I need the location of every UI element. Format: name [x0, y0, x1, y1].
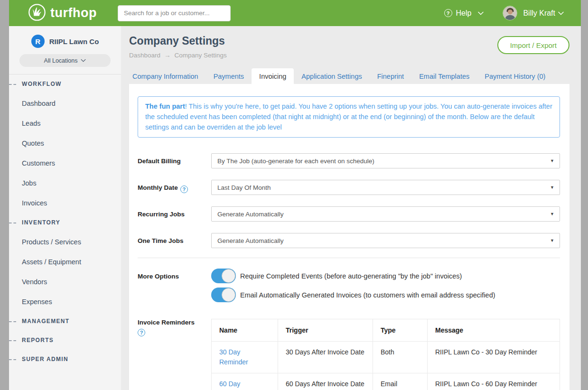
sidebar-item-jobs[interactable]: Jobs: [9, 173, 121, 193]
sidebar-item-assets-equipment[interactable]: Assets / Equipment: [9, 252, 121, 272]
reminder-30-day-trigger: 30 Days After Invoice Date: [278, 342, 373, 373]
tab-company-information[interactable]: Company Information: [125, 68, 206, 84]
import-export-button[interactable]: Import / Export: [497, 36, 569, 54]
section-dashes: [9, 321, 16, 322]
table-row: 60 Day Reminder 60 Days After Invoice Da…: [212, 373, 560, 390]
email-auto-invoices-row: Email Automatically Generated Invoices (…: [211, 288, 560, 302]
sidebar-item-invoices[interactable]: Invoices: [9, 193, 121, 213]
help-menu[interactable]: ? Help: [444, 9, 484, 18]
sidebar-section-management[interactable]: MANAGEMENT: [9, 312, 121, 331]
column-header-trigger: Trigger: [278, 319, 373, 342]
sidebar-section-reports[interactable]: REPORTS: [9, 331, 121, 350]
toggle-knob: [222, 269, 235, 283]
reminder-60-day-trigger: 60 Days After Invoice Date: [278, 373, 373, 390]
invoice-reminders-section: Invoice Reminders ? Name Trigger Type Me…: [138, 319, 560, 390]
monthly-date-select[interactable]: Last Day Of Month ▼: [211, 180, 560, 195]
info-text: ! This is why you're here, to get paid. …: [145, 102, 552, 131]
default-billing-select[interactable]: By The Job (auto-generate for each event…: [211, 153, 560, 168]
tab-fineprint[interactable]: Fineprint: [370, 68, 411, 84]
info-lead: The fun part: [145, 102, 185, 110]
dropdown-arrow-icon: ▼: [550, 212, 554, 216]
tab-payments[interactable]: Payments: [206, 68, 252, 84]
recurring-jobs-select[interactable]: Generate Automatically ▼: [211, 206, 560, 222]
sidebar-item-customers[interactable]: Customers: [9, 153, 121, 173]
reminder-60-day-message: RIIPL Lawn Co - 60 Day Reminder: [428, 373, 560, 390]
dropdown-arrow-icon: ▼: [550, 158, 554, 163]
search-input[interactable]: [118, 5, 231, 21]
chevron-down-icon: [81, 59, 86, 62]
sidebar-item-vendors[interactable]: Vendors: [9, 272, 121, 292]
sidebar: R RIIPL Lawn Co All Locations WORKFLOW D…: [9, 26, 121, 390]
header-right: ? Help Billy Kraft: [444, 6, 564, 20]
info-callout: The fun part! This is why you're here, t…: [138, 96, 560, 138]
one-time-jobs-select[interactable]: Generate Automatically ▼: [211, 233, 560, 248]
invoice-reminders-help-icon[interactable]: ?: [138, 329, 145, 336]
tab-application-settings[interactable]: Application Settings: [294, 68, 369, 84]
chevron-down-icon: [478, 11, 484, 15]
sidebar-section-workflow[interactable]: WORKFLOW: [9, 74, 121, 93]
chevron-down-icon[interactable]: [558, 11, 564, 15]
top-header: turfhop ? Help Billy Kraft: [9, 0, 581, 26]
turfhop-grass-icon: [28, 3, 46, 23]
app-window: turfhop ? Help Billy Kraft: [9, 0, 581, 390]
company-name: RIIPL Lawn Co: [49, 37, 99, 46]
email-auto-invoices-label: Email Automatically Generated Invoices (…: [240, 291, 495, 299]
brand-name: turfhop: [50, 6, 97, 20]
help-label: Help: [456, 9, 472, 18]
main-content: Company Settings Dashboard → Company Set…: [121, 26, 581, 390]
location-selector[interactable]: All Locations: [19, 54, 111, 67]
column-header-type: Type: [373, 319, 428, 342]
reminder-60-day-link[interactable]: 60 Day Reminder: [212, 373, 278, 390]
invoice-reminders-table: Name Trigger Type Message 30 Day Reminde…: [211, 319, 560, 390]
location-selector-label: All Locations: [44, 57, 78, 64]
dropdown-arrow-icon: ▼: [550, 238, 554, 243]
user-name[interactable]: Billy Kraft: [523, 9, 555, 18]
brand-logo[interactable]: turfhop: [28, 3, 97, 23]
invoicing-panel: The fun part! This is why you're here, t…: [129, 84, 569, 390]
column-header-message: Message: [428, 319, 560, 342]
user-avatar[interactable]: [503, 6, 517, 20]
section-dashes: [9, 84, 16, 85]
reminder-30-day-link[interactable]: 30 Day Reminder: [212, 342, 278, 373]
sidebar-item-dashboard[interactable]: Dashboard: [9, 93, 121, 113]
sidebar-section-super-admin[interactable]: SUPER ADMIN: [9, 350, 121, 369]
email-auto-invoices-toggle[interactable]: [211, 288, 236, 302]
default-billing-row: Default Billing By The Job (auto-generat…: [138, 153, 560, 168]
more-options-label: More Options: [138, 269, 211, 306]
monthly-date-row: Monthly Date? Last Day Of Month ▼: [138, 180, 560, 195]
tab-payment-history[interactable]: Payment History (0): [477, 68, 553, 84]
breadcrumb-arrow-icon: →: [164, 52, 171, 59]
monthly-date-help-icon[interactable]: ?: [180, 186, 188, 193]
sidebar-item-products-services[interactable]: Products / Services: [9, 232, 121, 252]
table-row: 30 Day Reminder 30 Days After Invoice Da…: [212, 342, 560, 373]
section-dashes: [9, 340, 16, 341]
recurring-jobs-row: Recurring Jobs Generate Automatically ▼: [138, 206, 560, 222]
tab-invoicing[interactable]: Invoicing: [252, 68, 294, 84]
one-time-jobs-row: One Time Jobs Generate Automatically ▼: [138, 233, 560, 248]
breadcrumb-current: Company Settings: [175, 52, 227, 59]
require-completed-events-toggle[interactable]: [211, 269, 236, 283]
default-billing-label: Default Billing: [138, 153, 211, 168]
monthly-date-label: Monthly Date?: [138, 180, 211, 195]
require-completed-events-label: Require Completed Events (before auto-ge…: [240, 272, 462, 280]
one-time-jobs-label: One Time Jobs: [138, 233, 211, 248]
recurring-jobs-label: Recurring Jobs: [138, 206, 211, 222]
sidebar-item-expenses[interactable]: Expenses: [9, 292, 121, 312]
require-completed-events-row: Require Completed Events (before auto-ge…: [211, 269, 560, 283]
column-header-name: Name: [212, 319, 278, 342]
section-divider: [138, 258, 560, 258]
breadcrumb-dashboard[interactable]: Dashboard: [129, 52, 160, 59]
tab-email-templates[interactable]: Email Templates: [411, 68, 477, 84]
table-header-row: Name Trigger Type Message: [212, 319, 560, 342]
invoice-reminders-label: Invoice Reminders: [138, 319, 211, 326]
dropdown-arrow-icon: ▼: [550, 185, 554, 190]
reminder-30-day-type: Both: [373, 342, 428, 373]
sidebar-item-leads[interactable]: Leads: [9, 113, 121, 133]
reminder-60-day-type: Email: [373, 373, 428, 390]
more-options-row: More Options Require Completed Events (b…: [138, 269, 560, 306]
company-switcher[interactable]: R RIIPL Lawn Co: [9, 26, 121, 48]
settings-tabs: Company Information Payments Invoicing A…: [125, 68, 581, 84]
reminder-30-day-message: RIIPL Lawn Co - 30 Day Reminder: [428, 342, 560, 373]
sidebar-item-quotes[interactable]: Quotes: [9, 133, 121, 153]
sidebar-section-inventory[interactable]: INVENTORY: [9, 213, 121, 232]
